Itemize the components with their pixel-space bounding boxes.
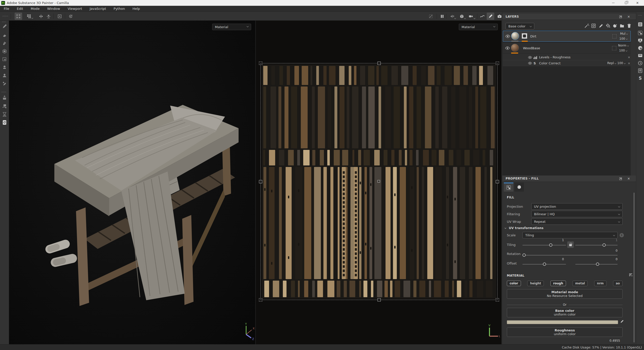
transform-icon[interactable]: [15, 13, 22, 20]
menu-window[interactable]: Window: [43, 6, 64, 12]
add-effect-wand-icon[interactable]: [584, 23, 589, 28]
geometry-mask-box[interactable]: [612, 46, 616, 50]
add-paint-layer-icon[interactable]: [598, 23, 603, 28]
tiling-x-knob[interactable]: [549, 243, 552, 247]
offset-x-knob[interactable]: [543, 262, 546, 266]
menu-javascript[interactable]: JavaScript: [86, 6, 110, 12]
tiling-y-knob[interactable]: [602, 243, 606, 247]
minimize-icon[interactable]: [608, 0, 619, 6]
channel-chip-metal[interactable]: metal: [573, 281, 588, 286]
menu-edit[interactable]: Edit: [13, 6, 27, 12]
offset-y-value[interactable]: 0: [608, 257, 618, 261]
export-icon[interactable]: [2, 95, 7, 101]
offset-y-slider[interactable]: [575, 264, 618, 265]
mirror-horizontal-icon[interactable]: [37, 13, 45, 20]
transform-handle-bottom-left[interactable]: [259, 298, 262, 301]
geometry-mask-box[interactable]: [612, 34, 617, 38]
viewport-3d[interactable]: Material Y X Z: [9, 21, 255, 344]
float-panel-icon[interactable]: [619, 15, 622, 19]
tiling-lock-icon[interactable]: [567, 241, 574, 248]
transform-handle-bottom[interactable]: [377, 298, 381, 301]
material-picker-icon[interactable]: [2, 73, 7, 78]
tiling-x-value[interactable]: 1: [554, 238, 564, 242]
close-panel-icon[interactable]: ✕: [627, 15, 631, 19]
uv-wrap-dropdown[interactable]: Repeat: [531, 218, 623, 225]
close-panel-icon[interactable]: ✕: [627, 177, 631, 181]
effect-opacity-dropdown[interactable]: 100: [617, 61, 625, 65]
menu-file[interactable]: File: [0, 6, 13, 12]
toolstrip-grip[interactable]: [2, 22, 6, 22]
layer-row-dirt[interactable]: Dirt Mul 100: [503, 31, 631, 42]
add-adjustment-icon[interactable]: [591, 23, 596, 28]
tiling-x-slider[interactable]: [522, 245, 566, 245]
shader-settings-icon[interactable]: [638, 46, 643, 51]
roughness-button[interactable]: Roughness uniform color: [507, 327, 623, 337]
properties-scrollbar[interactable]: [633, 193, 635, 342]
base-color-button[interactable]: Base color uniform color: [507, 308, 623, 317]
texture-set-icon[interactable]: [638, 53, 643, 58]
symmetry-off-icon[interactable]: [427, 13, 435, 20]
base-color-swatch[interactable]: [507, 320, 618, 324]
tiles-icon[interactable]: [25, 13, 33, 20]
polygon-fill-icon[interactable]: [2, 49, 7, 54]
uv-section-collapse-chevron[interactable]: [505, 227, 506, 229]
transform-handle-right[interactable]: [496, 180, 499, 183]
smudge-tool-icon[interactable]: [2, 57, 7, 62]
shading-mode-2d-dropdown[interactable]: Material: [459, 24, 498, 30]
channel-chip-ao[interactable]: ao: [613, 281, 623, 286]
add-fill-layer-icon[interactable]: [605, 23, 611, 28]
visibility-eye-icon[interactable]: [505, 47, 510, 50]
projection-dropdown[interactable]: UV projection: [531, 203, 623, 210]
remove-effect-icon[interactable]: ×: [628, 61, 630, 65]
close-icon[interactable]: ✕: [632, 0, 643, 6]
material-mode-button[interactable]: Material mode No Resource Selected: [507, 289, 623, 299]
layers-dock-icon[interactable]: [638, 22, 643, 27]
channel-chip-rough[interactable]: rough: [550, 281, 566, 286]
transform-handle-top-left[interactable]: [259, 62, 262, 65]
menu-mode[interactable]: Mode: [27, 6, 43, 12]
substance-s-icon[interactable]: S: [638, 76, 643, 81]
clone-tool-icon[interactable]: [2, 65, 7, 70]
material-menu-icon[interactable]: [629, 273, 633, 277]
tab-properties[interactable]: [504, 183, 513, 192]
visibility-eye-icon[interactable]: [528, 62, 532, 65]
color-picker-pen-icon[interactable]: [620, 319, 624, 323]
blend-mode-dropdown[interactable]: Norm: [618, 44, 629, 47]
add-group-folder-icon[interactable]: [619, 23, 625, 28]
remove-effect-icon[interactable]: ×: [628, 55, 630, 59]
transform-handle-left[interactable]: [259, 180, 262, 183]
paint-brush-icon[interactable]: [487, 13, 494, 20]
resources-updater-icon[interactable]: [2, 120, 7, 125]
reset-rotation-icon[interactable]: [67, 13, 74, 20]
effect-row-levels[interactable]: Levels - Roughness ×: [503, 54, 631, 60]
channel-filter-dropdown[interactable]: Base color: [506, 23, 534, 29]
history-icon[interactable]: [638, 61, 643, 66]
menu-python[interactable]: Python: [110, 6, 129, 12]
transform-handle-center[interactable]: [377, 180, 380, 183]
info-icon[interactable]: i: [620, 233, 624, 237]
channel-chip-height[interactable]: height: [527, 281, 544, 286]
frame-center-icon[interactable]: [56, 13, 63, 20]
offset-x-value[interactable]: 0: [554, 257, 564, 261]
dock-grip[interactable]: [638, 15, 642, 16]
layer-thumbnail-dirt[interactable]: [511, 32, 519, 40]
projection-tool-icon[interactable]: [2, 40, 7, 46]
properties-dock-icon[interactable]: [638, 30, 643, 35]
color-picker-icon[interactable]: [2, 81, 7, 86]
tiling-y-value[interactable]: 1: [608, 238, 618, 242]
channel-chip-color[interactable]: color: [507, 281, 521, 286]
transform-handle-top[interactable]: [377, 62, 381, 65]
layer-thumbnail-woodbase[interactable]: [511, 44, 519, 52]
pause-engine-icon[interactable]: [438, 13, 446, 20]
layer-row-woodbase[interactable]: WoodBase Norm 100: [503, 43, 631, 54]
visibility-eye-icon[interactable]: [505, 35, 510, 38]
float-panel-icon[interactable]: [619, 177, 622, 181]
filtering-dropdown[interactable]: Bilinear | HQ: [531, 211, 623, 217]
camera-icon[interactable]: [467, 13, 475, 20]
hourglass-icon[interactable]: [2, 112, 7, 117]
mirror-vertical-icon[interactable]: [45, 13, 52, 20]
visibility-eye-icon[interactable]: [528, 56, 532, 59]
eraser-tool-icon[interactable]: [2, 32, 7, 38]
restore-icon[interactable]: [620, 0, 631, 6]
effect-row-color-correct[interactable]: S Color Correct Repl 100 ×: [503, 60, 631, 66]
